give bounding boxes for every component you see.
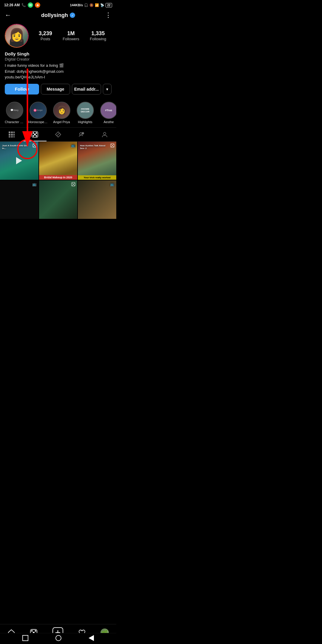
- svg-point-13: [33, 135, 34, 137]
- display-name: Dolly Singh: [5, 51, 112, 56]
- highlight-item[interactable]: ♓Scope Horoscope 4 ...: [28, 102, 48, 124]
- profile-section: 3,239 Posts 1M Followers 1,335 Following…: [0, 21, 116, 98]
- video-item-1[interactable]: Just A South Delhi Girl In...: [0, 142, 38, 180]
- content-area: Just A South Delhi Girl In... 📺 Bridal M…: [0, 142, 116, 255]
- posts-label: Posts: [39, 37, 52, 41]
- svg-rect-1: [11, 131, 13, 133]
- mute-icon: 🔕: [89, 3, 94, 7]
- highlight-item[interactable]: 💬Story Character Story: [5, 102, 24, 124]
- user-title: Digital Creator: [5, 57, 112, 61]
- svg-point-21: [33, 144, 34, 145]
- svg-point-11: [36, 132, 37, 134]
- posts-stat[interactable]: 3,239 Posts: [39, 30, 52, 41]
- status-left: 12:26 AM 📞 W ⊕: [4, 2, 40, 8]
- svg-point-10: [33, 132, 34, 134]
- svg-point-25: [35, 146, 36, 147]
- username-container: dollysingh ✓: [41, 12, 75, 18]
- highlight-label-4: Highlights: [78, 120, 92, 124]
- battery: 22: [106, 3, 112, 7]
- action-buttons: Follow Message Email addr... ▾: [5, 84, 112, 95]
- video-sublabel-3: Your trick really worked: [78, 175, 116, 180]
- dropdown-button[interactable]: ▾: [103, 84, 112, 95]
- highlight-label-2: Horoscope 4 ...: [28, 120, 48, 124]
- signal-icon: 📶: [95, 3, 99, 7]
- svg-point-15: [80, 133, 82, 135]
- play-icon-1: [16, 157, 22, 164]
- video-item-3[interactable]: How Aunties Talk About Sex- 2 Your trick…: [78, 142, 116, 180]
- svg-point-24: [33, 146, 34, 147]
- svg-point-12: [34, 134, 36, 135]
- phone-icon: 📞: [21, 3, 26, 7]
- highlight-label-1: Character Story: [5, 120, 24, 124]
- status-right: 144KB/s 🎧 🔕 📶 📡 22: [70, 3, 112, 7]
- svg-rect-4: [11, 134, 13, 136]
- svg-point-33: [72, 183, 73, 184]
- tab-posts[interactable]: [0, 128, 23, 141]
- avatar-wrapper: [5, 24, 29, 48]
- svg-rect-8: [13, 136, 15, 137]
- avatar: [5, 24, 28, 47]
- highlight-circle-5: #Tras: [100, 102, 117, 119]
- video-item-4[interactable]: 📺: [0, 180, 38, 219]
- wifi-icon: 📡: [100, 3, 104, 7]
- svg-point-30: [111, 146, 112, 147]
- svg-point-37: [74, 185, 75, 186]
- video-item-6[interactable]: 📺: [78, 180, 116, 219]
- highlight-circle-3: 👩: [53, 102, 70, 119]
- followers-label: Followers: [63, 37, 79, 41]
- following-count: 1,335: [90, 30, 106, 37]
- message-button[interactable]: Message: [41, 84, 70, 95]
- stats-row: 3,239 Posts 1M Followers 1,335 Following: [33, 30, 112, 41]
- svg-point-28: [113, 144, 114, 145]
- highlight-item[interactable]: #Tras Aesthe: [99, 102, 116, 124]
- followers-stat[interactable]: 1M Followers: [63, 30, 79, 41]
- highlight-circle-4: #HOMEDECOR: [77, 102, 94, 119]
- profile-top: 3,239 Posts 1M Followers 1,335 Following: [5, 24, 112, 48]
- svg-rect-0: [9, 131, 10, 133]
- highlight-label-3: Angel Priya: [53, 120, 70, 124]
- video-label-2: Bridal Makeup In 2020: [39, 175, 78, 180]
- highlights-row: 💬Story Character Story ♓Scope Horoscope …: [0, 98, 116, 127]
- highlight-item[interactable]: 👩 Angel Priya: [52, 102, 71, 124]
- headphone-icon: 🎧: [84, 3, 88, 7]
- video-title-1: Just A South Delhi Girl In...: [1, 143, 32, 151]
- email-button[interactable]: Email addr...: [72, 84, 101, 95]
- video-item-5[interactable]: [39, 180, 78, 219]
- tab-explore[interactable]: [47, 128, 70, 141]
- svg-rect-3: [9, 134, 10, 136]
- highlight-item[interactable]: #HOMEDECOR Highlights: [75, 102, 95, 124]
- following-stat[interactable]: 1,335 Following: [90, 30, 106, 41]
- svg-point-36: [72, 185, 73, 186]
- avatar-inner: [5, 24, 28, 47]
- tv-indicator-6: 📺: [110, 182, 114, 186]
- app-icon: ⊕: [35, 2, 40, 8]
- content-tabs: [0, 127, 116, 142]
- back-button[interactable]: ←: [5, 11, 11, 19]
- svg-rect-7: [11, 136, 13, 137]
- highlight-label-5: Aesthe: [103, 120, 114, 124]
- tv-indicator-2: 📺: [71, 143, 75, 148]
- svg-rect-2: [13, 131, 15, 133]
- status-bar: 12:26 AM 📞 W ⊕ 144KB/s 🎧 🔕 📶 📡 22: [0, 0, 116, 9]
- svg-rect-5: [13, 134, 15, 136]
- top-navigation: ← dollysingh ✓ ⋮: [0, 9, 116, 21]
- svg-rect-6: [9, 136, 10, 137]
- svg-point-29: [112, 145, 113, 146]
- tab-collab[interactable]: [70, 128, 93, 141]
- highlight-circle-1: 💬Story: [6, 102, 23, 119]
- svg-point-34: [74, 183, 75, 184]
- posts-count: 3,239: [39, 30, 52, 37]
- tab-tagged[interactable]: [93, 128, 116, 141]
- time: 12:26 AM: [4, 3, 20, 7]
- tab-reels[interactable]: [23, 128, 47, 141]
- reel-indicator-5: [71, 182, 75, 187]
- username: dollysingh: [41, 12, 68, 18]
- svg-point-22: [35, 144, 36, 145]
- svg-point-23: [34, 145, 35, 146]
- whatsapp-icon: W: [28, 2, 33, 8]
- video-item-2[interactable]: 📺 Bridal Makeup In 2020: [39, 142, 78, 180]
- network-speed: 144KB/s: [70, 3, 83, 7]
- follow-button[interactable]: Follow: [5, 84, 39, 95]
- following-label: Following: [90, 37, 106, 41]
- more-options-button[interactable]: ⋮: [105, 11, 112, 19]
